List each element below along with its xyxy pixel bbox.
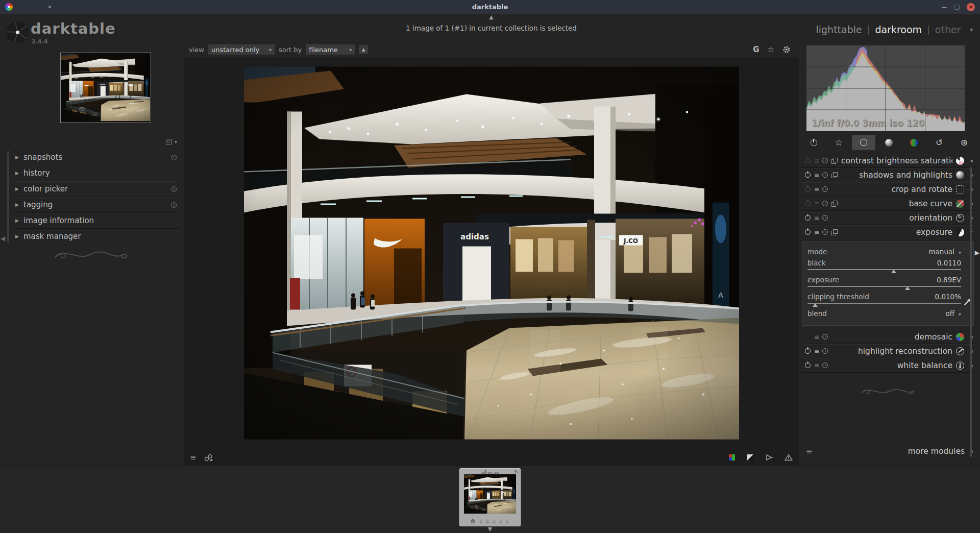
module-power-icon[interactable] [805,362,811,368]
module-highlight-reconstruction[interactable]: ≡ highlight reconstruction ◂ [802,344,975,358]
exposure-mode-dropdown[interactable]: manual▾ [928,248,961,256]
module-reset-icon[interactable] [822,201,828,206]
slider-track[interactable] [807,303,961,304]
star-icon[interactable]: ☆ [478,518,483,525]
section-snapshots[interactable]: ▶ snapshots [14,150,180,165]
module-group-effect-group[interactable] [952,135,976,150]
module-presets-icon[interactable]: ≡ [814,362,819,369]
module-name[interactable]: demosaic [831,332,952,342]
module-power-icon[interactable] [805,158,811,163]
gamut-check-icon[interactable] [785,454,793,461]
section-mask-manager[interactable]: ▶ mask manager [14,229,180,245]
module-presets-icon[interactable]: ≡ [814,172,819,178]
module-instance-icon[interactable] [831,201,838,207]
section-expand-arrow-icon[interactable]: ▶ [15,234,23,239]
reject-icon[interactable]: ⊗ [470,518,475,525]
left-scrollbar[interactable] [7,151,9,243]
styles-menu-icon[interactable]: ≡ [190,453,196,462]
section-expand-arrow-icon[interactable]: ▶ [15,202,23,207]
overlays-star-icon[interactable]: ☆ [768,45,774,54]
module-group-color-group[interactable] [902,135,926,150]
module-reset-icon[interactable] [822,362,828,368]
maximize-button[interactable] [954,5,960,10]
module-shadows-and-highlights[interactable]: ≡ shadows and highlights ◂ [802,168,975,182]
module-presets-icon[interactable]: ≡ [814,334,819,340]
more-modules-row[interactable]: ≡ more modules ◂ [802,444,975,458]
slider-clipping-threshold[interactable]: clipping threshold 0.010% [807,291,961,304]
sort-dropdown[interactable]: filename▾ [306,44,355,55]
module-demosaic[interactable]: ≡ demosaic ◂ [802,330,975,344]
view-tab-lighttable[interactable]: lighttable [816,24,862,35]
module-contrast-brightness-saturation[interactable]: ≡ contrast brightness saturation ◂ [802,154,975,168]
preferences-gear-icon[interactable] [782,45,791,54]
star-icon[interactable]: ☆ [498,518,503,525]
section-reset-icon[interactable] [171,155,177,160]
module-power-icon[interactable] [805,229,811,235]
module-power-icon[interactable] [805,215,811,221]
close-button[interactable]: × [967,3,975,11]
section-expand-arrow-icon[interactable]: ▶ [15,218,23,223]
bottom-panel-collapse-arrow-icon[interactable]: ▼ [488,527,492,532]
views-dropdown-caret-icon[interactable]: ▾ [970,27,973,33]
slider-thumb[interactable] [905,286,910,290]
left-panel-collapse-arrow-icon[interactable]: ◀ [1,235,5,242]
right-panel-collapse-arrow-icon[interactable]: ▶ [975,249,979,256]
section-reset-icon[interactable] [171,186,177,192]
view-tab-darkroom[interactable]: darkroom [875,24,922,35]
module-name[interactable]: white balance [831,361,952,370]
module-white-balance[interactable]: ≡ white balance ◂ [802,358,975,373]
module-power-icon[interactable] [805,201,811,206]
mask-shapes-icon[interactable] [204,453,213,462]
slider-track[interactable] [807,286,961,287]
star-icon[interactable]: ☆ [505,518,510,525]
module-presets-icon[interactable]: ≡ [814,229,819,235]
module-reset-icon[interactable] [822,348,828,354]
slider-thumb[interactable] [891,270,896,273]
darkroom-canvas[interactable] [184,57,799,449]
module-exposure[interactable]: ≡ exposure ▾ [802,225,975,239]
sort-ascending-button[interactable]: ▲ [359,45,368,54]
module-reset-icon[interactable] [822,186,828,192]
module-name[interactable]: shadows and highlights [841,171,952,180]
view-tab-other[interactable]: other [935,24,961,35]
module-group-tone-group[interactable] [877,135,900,150]
module-reset-icon[interactable] [822,229,828,235]
module-instance-icon[interactable] [831,172,838,178]
filmstrip[interactable]: dng ↻ ⊗ ☆☆☆☆☆ ▼ [0,466,980,533]
softproof-icon[interactable] [765,454,773,461]
zoom-fit-icon[interactable] [166,139,172,144]
module-reset-icon[interactable] [822,158,828,163]
module-name[interactable]: base curve [841,199,952,208]
zoom-dropdown-caret-icon[interactable]: ▾ [175,139,177,144]
navigation-preview[interactable] [60,53,151,123]
raw-overexposed-icon[interactable] [728,454,736,461]
top-panel-collapse-arrow-icon[interactable]: ▲ [489,15,493,20]
blend-dropdown[interactable]: off▾ [945,309,961,318]
module-name[interactable]: crop and rotate [831,185,952,194]
grouping-toggle-icon[interactable]: G [753,45,759,54]
star-rating[interactable]: ⊗ ☆☆☆☆☆ [460,518,520,525]
overexposed-icon[interactable] [747,454,754,461]
module-name[interactable]: highlight reconstruction [831,347,952,356]
section-history[interactable]: ▶ history [14,165,180,181]
section-expand-arrow-icon[interactable]: ▶ [15,186,23,191]
module-instance-icon[interactable] [831,229,838,235]
slider-track[interactable] [807,269,961,270]
section-expand-arrow-icon[interactable]: ▶ [15,155,23,160]
histogram[interactable]: 1/inf f/0.0 3mm iso 120 [806,45,965,131]
module-orientation[interactable]: ≡ orientation ◂ [802,211,975,225]
section-color-picker[interactable]: ▶ color picker [14,181,180,197]
module-collapse-arrow-icon[interactable]: ◂ [968,158,975,163]
slider-black[interactable]: black 0.0110 [807,257,961,270]
section-image-information[interactable]: ▶ image information [14,213,180,229]
module-presets-icon[interactable]: ≡ [814,348,819,354]
module-presets-icon[interactable]: ≡ [814,201,819,207]
slider-thumb[interactable] [813,303,818,307]
filmstrip-thumbnail[interactable]: dng ↻ ⊗ ☆☆☆☆☆ [460,469,520,526]
module-crop-and-rotate[interactable]: ≡ crop and rotate ◂ [802,182,975,197]
module-power-icon[interactable] [805,348,811,354]
module-power-icon[interactable] [805,172,811,178]
module-group-basic-group[interactable] [852,135,875,150]
star-icon[interactable]: ☆ [492,518,497,525]
module-group-favorites[interactable] [827,135,850,150]
